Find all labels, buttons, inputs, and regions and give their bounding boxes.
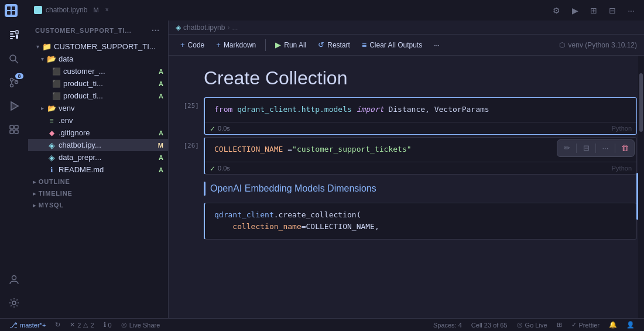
chatbot-badge: M — [158, 142, 163, 149]
dataprepr-badge: A — [159, 154, 163, 161]
status-account-icon[interactable]: 👤 — [622, 319, 639, 331]
sidebar-section-outline[interactable]: ▸ OUTLINE — [28, 176, 168, 187]
code-cell-25[interactable]: [25] from qdrant_client.http.models impo… — [169, 97, 644, 135]
main-layout: 8 — [0, 21, 644, 318]
sidebar-item-product2-label: product_ti... — [63, 91, 159, 101]
cell-action-sep-2 — [595, 144, 596, 153]
code-cell-26[interactable]: [26] COLLECTION_NAME ="customer_support_… — [169, 137, 644, 175]
sidebar-item-root-folder[interactable]: ▾ 📁 CUSTOMER_SUPPORT_TI... — [28, 40, 168, 53]
cell-split-button[interactable]: ⊟ — [579, 141, 593, 155]
status-bell[interactable]: 🔔 — [604, 319, 622, 331]
code-cell-last[interactable]: qdrant_client.create_collection( collect… — [169, 203, 644, 240]
status-info[interactable]: ℹ 0 — [99, 319, 117, 331]
scrollbar-track[interactable] — [638, 56, 644, 318]
sidebar-section-timeline[interactable]: ▸ TIMELINE — [28, 187, 168, 199]
status-prettier[interactable]: ✓ Prettier — [567, 319, 604, 331]
toolbar-more-button[interactable]: ··· — [429, 39, 444, 52]
restart-button[interactable]: ↺ Restart — [313, 38, 355, 52]
activity-account[interactable] — [4, 269, 25, 290]
sidebar-item-chatbot[interactable]: ◈ chatbot.ipy... M — [28, 139, 168, 151]
sidebar-item-dataprepr[interactable]: ◈ data_prepr... A — [28, 151, 168, 163]
activity-extensions[interactable] — [4, 119, 25, 140]
root-folder-icon: 📁 — [42, 42, 52, 52]
activity-source-control[interactable]: 8 — [4, 72, 25, 93]
settings-button[interactable]: ⚙ — [548, 2, 564, 19]
cell-edit-button[interactable]: ✏ — [560, 141, 574, 155]
add-markdown-button[interactable]: + Markdown — [211, 38, 261, 52]
tab-icon-inactive — [34, 6, 42, 14]
env-file-icon: ≡ — [47, 116, 56, 125]
activity-explorer[interactable] — [4, 25, 25, 46]
branch-label: master*+ — [20, 322, 46, 329]
sidebar-item-product2[interactable]: ⬛ product_ti... A — [28, 90, 168, 102]
cell-last-code[interactable]: qdrant_client.create_collection( collect… — [205, 203, 636, 240]
cell-25-code[interactable]: from qdrant_client.http.models import Di… — [205, 98, 636, 122]
cell-25-footer: ✓ 0.0s Python — [205, 122, 636, 134]
sidebar-item-customer[interactable]: ⬛ customer_... A — [28, 65, 168, 77]
section-line — [204, 182, 205, 196]
status-go-live[interactable]: ◎ Go Live — [512, 319, 552, 331]
kernel-info[interactable]: ⬡ venv (Python 3.10.12) — [559, 41, 637, 49]
warning-icon: △ — [83, 321, 88, 329]
outline-arrow: ▸ — [33, 179, 36, 185]
sidebar-section-mysql[interactable]: ▸ MYSQL — [28, 199, 168, 211]
sidebar-item-product1[interactable]: ⬛ product_ti... A — [28, 77, 168, 90]
branch-icon: ⎇ — [9, 321, 18, 329]
clear-outputs-button[interactable]: ≡ Clear All Outputs — [357, 38, 427, 52]
cell-actions-toolbar: ✏ ⊟ ··· 🗑 — [557, 139, 635, 157]
kernel-label: venv (Python 3.10.12) — [568, 41, 637, 49]
status-cell-info[interactable]: Cell 23 of 65 — [467, 319, 512, 331]
sidebar-item-venv[interactable]: ▸ 📂 venv — [28, 102, 168, 114]
notebook-toolbar: + Code + Markdown ▶ Run All ↺ Restart ≡ … — [169, 35, 644, 56]
data-folder-icon: 📂 — [47, 54, 56, 64]
sidebar-item-readme[interactable]: ℹ README.md A — [28, 163, 168, 176]
more-button[interactable]: ··· — [623, 2, 639, 19]
status-screen[interactable]: ⊞ — [552, 319, 567, 331]
status-live-share[interactable]: ◎ Live Share — [117, 319, 165, 331]
status-spaces[interactable]: Spaces: 4 — [429, 319, 467, 331]
cell-26-lang: Python — [612, 165, 632, 172]
sidebar-item-gitignore[interactable]: ◆ .gitignore A — [28, 127, 168, 139]
tab-close-button[interactable]: × — [102, 5, 112, 15]
cell-25-content[interactable]: from qdrant_client.http.models import Di… — [204, 97, 637, 135]
clear-icon: ≡ — [362, 40, 366, 50]
add-code-button[interactable]: + Code — [176, 38, 209, 52]
breadcrumb-file-icon: ◈ — [176, 23, 181, 32]
cell-more-button[interactable]: ··· — [598, 141, 612, 155]
status-branch[interactable]: ⎇ master*+ — [5, 319, 50, 331]
status-errors[interactable]: ✕ 2 △ 2 — [65, 319, 98, 331]
cell-delete-button[interactable]: 🗑 — [618, 141, 632, 155]
cell-info-label: Cell 23 of 65 — [471, 322, 508, 329]
sidebar-item-venv-label: venv — [59, 103, 168, 113]
sidebar-item-env[interactable]: ≡ .env — [28, 114, 168, 127]
source-control-badge: 8 — [15, 73, 23, 79]
timeline-arrow: ▸ — [33, 190, 36, 197]
scrollbar-thumb[interactable] — [639, 73, 643, 132]
layout1-button[interactable]: ⊞ — [585, 2, 602, 19]
mysql-label: MYSQL — [39, 202, 64, 209]
run-button[interactable]: ▶ — [567, 2, 583, 19]
notebook-content[interactable]: Create Collection [25] from qdrant_clien… — [169, 56, 644, 318]
activity-search[interactable] — [4, 49, 25, 70]
sidebar-more-button[interactable]: ··· — [150, 25, 161, 36]
breadcrumb-bar: ◈ chatbot.ipynb › ... — [169, 21, 644, 35]
breadcrumb-file[interactable]: chatbot.ipynb — [183, 23, 225, 32]
notebook-title: Create Collection — [204, 67, 621, 89]
activity-run-debug[interactable] — [4, 95, 25, 117]
status-sync[interactable]: ↻ — [50, 319, 65, 331]
customer-badge: A — [159, 68, 163, 75]
cell-last-content[interactable]: qdrant_client.create_collection( collect… — [204, 203, 637, 240]
restart-label: Restart — [327, 41, 350, 49]
svg-point-21 — [12, 276, 16, 280]
add-code-label: Code — [188, 41, 205, 49]
code-string-value: "customer_support_tickets" — [292, 145, 412, 153]
svg-rect-4 — [10, 31, 15, 32]
layout2-button[interactable]: ⊟ — [604, 2, 621, 19]
sidebar-item-data[interactable]: ▾ 📂 data — [28, 53, 168, 65]
prettier-label: Prettier — [579, 322, 600, 329]
run-all-button[interactable]: ▶ Run All — [270, 38, 311, 52]
tab-chatbot-inactive[interactable]: chatbot.ipynb M × — [27, 0, 119, 21]
activity-settings[interactable] — [4, 292, 25, 313]
tab-bar: chatbot.ipynb M × — [27, 0, 119, 21]
sidebar-header-actions: ··· — [150, 25, 161, 36]
